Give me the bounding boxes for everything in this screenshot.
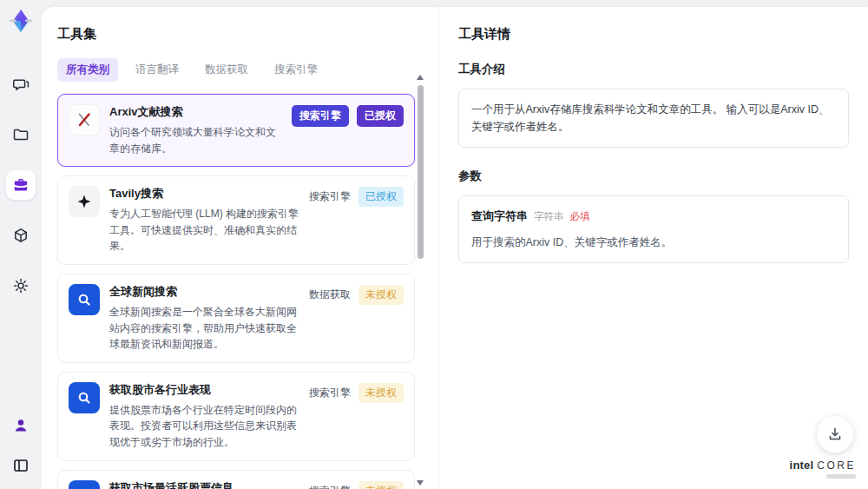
param-box: 查询字符串 字符串 必填 用于搜索的Arxiv ID、关键字或作者姓名。: [458, 195, 849, 263]
scroll-down-icon[interactable]: [417, 480, 424, 486]
download-icon: [826, 426, 844, 443]
left-rail: [0, 0, 42, 489]
scrollbar-thumb[interactable]: [418, 85, 424, 259]
category-badge: 搜索引擎: [309, 189, 351, 204]
status-badge: 未授权: [358, 481, 404, 489]
app-logo[interactable]: [7, 7, 35, 35]
folder-icon[interactable]: [6, 120, 36, 149]
briefcase-icon[interactable]: [6, 170, 36, 200]
intel-core-logo: intelcore: [790, 459, 856, 479]
tool-title: 全球新闻搜索: [109, 284, 299, 300]
params-heading: 参数: [458, 169, 849, 184]
download-button[interactable]: [817, 416, 853, 453]
category-tabs: 所有类别 语言翻译 数据获取 搜索引擎: [57, 58, 438, 82]
tool-description: 提供股票市场各个行业在特定时间段内的表现。投资者可以利用这些信息来识别表现优于或…: [109, 402, 299, 451]
tool-title: Tavily搜索: [109, 186, 299, 202]
tab-all-categories[interactable]: 所有类别: [57, 58, 118, 82]
category-badge: 搜索引擎: [309, 484, 351, 489]
intro-heading: 工具介绍: [458, 62, 849, 77]
tool-title: 获取市场最活跃股票信息: [109, 480, 299, 489]
gear-icon[interactable]: [6, 271, 36, 301]
search-icon: [69, 284, 100, 315]
category-badge: 搜索引擎: [292, 105, 349, 127]
tool-title: 获取股市各行业表现: [109, 382, 299, 398]
tool-title: Arxiv文献搜索: [109, 104, 282, 120]
status-badge: 已授权: [358, 187, 404, 207]
tab-search-engine[interactable]: 搜索引擎: [266, 58, 326, 82]
panel-toggle-icon[interactable]: [6, 451, 36, 480]
main-content: 工具集 所有类别 语言翻译 数据获取 搜索引擎 Arxiv文献搜索 访问各个研究…: [42, 7, 868, 489]
param-description: 用于搜索的Arxiv ID、关键字或作者姓名。: [471, 234, 836, 251]
tool-description: 专为人工智能代理 (LLM) 构建的搜索引擎工具。可快速提供实时、准确和真实的结…: [109, 206, 299, 254]
param-type: 字符串: [534, 208, 564, 224]
cube-icon[interactable]: [6, 221, 36, 250]
tool-card-arxiv[interactable]: Arxiv文献搜索 访问各个研究领域大量科学论文和文章的存储库。 搜索引擎 已授…: [57, 94, 415, 167]
user-icon[interactable]: [6, 411, 36, 440]
status-badge: 未授权: [358, 285, 404, 305]
intel-wordmark: intel: [790, 459, 814, 472]
scroll-up-icon[interactable]: [417, 75, 424, 80]
core-wordmark: core: [817, 459, 856, 472]
tool-card-global-news[interactable]: 全球新闻搜索 全球新闻搜索是一个聚合全球各大新闻网站内容的搜索引擎，帮助用户快速…: [57, 274, 415, 363]
tool-card-sector-performance[interactable]: 获取股市各行业表现 提供股票市场各个行业在特定时间段内的表现。投资者可以利用这些…: [57, 372, 415, 461]
intro-box: 一个用于从Arxiv存储库搜索科学论文和文章的工具。 输入可以是Arxiv ID…: [458, 89, 849, 148]
status-badge: 已授权: [357, 105, 404, 127]
intel-sub-mark: [826, 474, 856, 479]
arxiv-logo-icon: [69, 104, 100, 135]
tool-card-active-stocks[interactable]: 获取市场最活跃股票信息 提供当天交易量最高的股票列表。投资者可以利用这些信息来识…: [57, 470, 415, 489]
page-title: 工具集: [57, 26, 438, 43]
chat-icon[interactable]: [6, 69, 36, 99]
tool-description: 全球新闻搜索是一个聚合全球各大新闻网站内容的搜索引擎，帮助用户快速获取全球最新资…: [109, 304, 299, 353]
tool-description: 访问各个研究领域大量科学论文和文章的存储库。: [109, 124, 282, 156]
param-name: 查询字符串: [471, 208, 528, 226]
search-icon: [69, 480, 100, 489]
list-scrollbar[interactable]: [416, 75, 424, 486]
tab-data-acquisition[interactable]: 数据获取: [196, 58, 257, 82]
tab-language-translation[interactable]: 语言翻译: [127, 58, 187, 82]
star-icon: [69, 186, 100, 217]
category-badge: 搜索引擎: [309, 386, 351, 400]
tool-list-panel: 工具集 所有类别 语言翻译 数据获取 搜索引擎 Arxiv文献搜索 访问各个研究…: [42, 7, 438, 489]
detail-title: 工具详情: [458, 26, 849, 43]
status-badge: 未授权: [358, 383, 404, 403]
tool-card-tavily[interactable]: Tavily搜索 专为人工智能代理 (LLM) 构建的搜索引擎工具。可快速提供实…: [57, 175, 415, 265]
tool-list: Arxiv文献搜索 访问各个研究领域大量科学论文和文章的存储库。 搜索引擎 已授…: [57, 94, 415, 489]
search-icon: [69, 382, 100, 413]
param-required-flag: 必填: [570, 208, 590, 224]
category-badge: 数据获取: [309, 287, 351, 302]
tool-detail-panel: 工具详情 工具介绍 一个用于从Arxiv存储库搜索科学论文和文章的工具。 输入可…: [438, 7, 868, 489]
